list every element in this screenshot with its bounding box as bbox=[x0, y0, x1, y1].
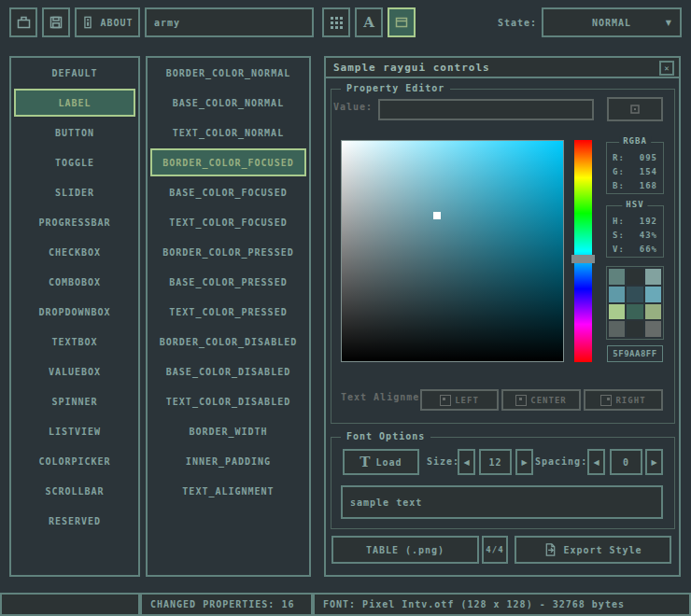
list-item[interactable]: TEXTBOX bbox=[14, 328, 135, 356]
list-item[interactable]: TEXT_ALIGNMENT bbox=[150, 477, 306, 505]
list-item[interactable]: SCROLLBAR bbox=[14, 477, 135, 505]
list-item[interactable]: BASE_COLOR_PRESSED bbox=[150, 268, 306, 296]
font-size-decrease-button[interactable]: ◀ bbox=[458, 449, 475, 475]
font-size-label: Size: bbox=[427, 456, 459, 467]
open-file-button[interactable] bbox=[9, 7, 37, 37]
hex-color-input[interactable]: 5F9AA8FF bbox=[607, 345, 663, 362]
list-item[interactable]: VALUEBOX bbox=[14, 357, 135, 385]
window-style-icon bbox=[394, 15, 409, 30]
color-swatch[interactable] bbox=[645, 287, 661, 302]
list-item[interactable]: BUTTON bbox=[14, 119, 135, 147]
align-center-button[interactable]: CENTER bbox=[501, 389, 581, 411]
color-swatch[interactable] bbox=[627, 269, 642, 285]
state-label: State: bbox=[486, 7, 537, 37]
hex-color-value: 5F9AA8FF bbox=[613, 349, 656, 358]
color-swatch[interactable] bbox=[627, 287, 642, 302]
list-item[interactable]: SPINNER bbox=[14, 387, 135, 415]
style-view-button[interactable] bbox=[388, 7, 416, 37]
controls-list: DEFAULTLABELBUTTONTOGGLESLIDERPROGRESSBA… bbox=[11, 58, 138, 575]
align-center-label: CENTER bbox=[530, 396, 567, 405]
hue-slider[interactable] bbox=[574, 140, 592, 362]
hsv-s-value: 43% bbox=[640, 229, 657, 243]
font-info-text: FONT: Pixel Intv.otf (128 x 128) - 32768… bbox=[323, 599, 625, 609]
color-swatch[interactable] bbox=[645, 269, 661, 285]
color-swatch[interactable] bbox=[609, 269, 625, 285]
font-size-increase-button[interactable]: ▶ bbox=[515, 449, 533, 475]
list-item[interactable]: DEFAULT bbox=[14, 59, 135, 87]
color-swatch[interactable] bbox=[609, 287, 625, 302]
rgba-group: RGBA R:095 G:154 B:168 bbox=[606, 142, 664, 194]
font-spacing-decrease-button[interactable]: ◀ bbox=[587, 449, 605, 475]
list-item[interactable]: BASE_COLOR_NORMAL bbox=[150, 89, 306, 117]
properties-list: BORDER_COLOR_NORMALBASE_COLOR_NORMALTEXT… bbox=[148, 58, 309, 575]
align-right-button[interactable]: RIGHT bbox=[584, 389, 663, 411]
list-item[interactable]: BORDER_WIDTH bbox=[150, 417, 306, 445]
chevron-down-icon: ▼ bbox=[666, 19, 671, 27]
close-button[interactable]: ✕ bbox=[659, 61, 674, 76]
list-item[interactable]: TOGGLE bbox=[14, 148, 135, 176]
save-file-button[interactable] bbox=[42, 7, 70, 37]
align-right-icon bbox=[600, 395, 612, 406]
color-picker-marker[interactable] bbox=[433, 212, 441, 219]
style-name-input[interactable]: army bbox=[145, 7, 314, 37]
state-dropdown[interactable]: NORMAL ▼ bbox=[542, 7, 682, 37]
hsv-group-label: HSV bbox=[622, 200, 647, 209]
list-item[interactable]: TEXT_COLOR_DISABLED bbox=[150, 387, 306, 415]
about-button[interactable]: ABOUT bbox=[75, 7, 140, 37]
export-table-button[interactable]: TABLE (.png) bbox=[331, 536, 479, 564]
align-left-button[interactable]: LEFT bbox=[420, 389, 499, 411]
list-item[interactable]: TEXT_COLOR_NORMAL bbox=[150, 119, 306, 147]
list-item[interactable]: COMBOBOX bbox=[14, 268, 135, 296]
list-item[interactable]: BORDER_COLOR_NORMAL bbox=[150, 59, 306, 87]
list-item[interactable]: BASE_COLOR_DISABLED bbox=[150, 357, 306, 385]
controls-list-panel: DEFAULTLABELBUTTONTOGGLESLIDERPROGRESSBA… bbox=[9, 56, 140, 577]
list-item[interactable]: BORDER_COLOR_FOCUSED bbox=[150, 148, 306, 176]
arrow-left-icon: ◀ bbox=[463, 458, 469, 467]
color-swatch[interactable] bbox=[645, 304, 661, 320]
color-swatch[interactable] bbox=[645, 321, 661, 337]
color-saturation-value-panel[interactable] bbox=[341, 140, 564, 362]
color-swatch[interactable] bbox=[627, 304, 642, 320]
color-swatch[interactable] bbox=[609, 321, 625, 337]
list-item[interactable]: SLIDER bbox=[14, 178, 135, 206]
color-swatch[interactable] bbox=[627, 321, 642, 337]
list-item[interactable]: DROPDOWNBOX bbox=[14, 298, 135, 326]
list-item[interactable]: TEXT_COLOR_FOCUSED bbox=[150, 208, 306, 236]
font-size-value[interactable]: 12 bbox=[479, 449, 512, 475]
list-item[interactable]: CHECKBOX bbox=[14, 238, 135, 266]
list-item[interactable]: BASE_COLOR_FOCUSED bbox=[150, 178, 306, 206]
list-item[interactable]: BORDER_COLOR_DISABLED bbox=[150, 328, 306, 356]
value-edit-button[interactable] bbox=[607, 97, 663, 121]
hue-slider-handle[interactable] bbox=[571, 255, 595, 263]
export-format-counter[interactable]: 4/4 bbox=[482, 536, 508, 564]
hsv-h-value: 192 bbox=[640, 215, 657, 229]
list-item[interactable]: INNER_PADDING bbox=[150, 447, 306, 475]
list-item[interactable]: COLORPICKER bbox=[14, 447, 135, 475]
about-button-label: ABOUT bbox=[100, 18, 133, 28]
list-item[interactable]: LABEL bbox=[14, 89, 135, 117]
list-item[interactable]: RESERVED bbox=[14, 507, 135, 535]
color-swatch[interactable] bbox=[609, 304, 625, 320]
export-style-button[interactable]: Export Style bbox=[515, 536, 671, 564]
sample-window-title: Sample raygui controls bbox=[333, 62, 490, 74]
list-item[interactable]: PROGRESSBAR bbox=[14, 208, 135, 236]
statusbar-font-info: FONT: Pixel Intv.otf (128 x 128) - 32768… bbox=[313, 593, 691, 616]
folder-open-icon bbox=[16, 15, 32, 30]
list-item[interactable]: LISTVIEW bbox=[14, 417, 135, 445]
list-item[interactable]: BORDER_COLOR_PRESSED bbox=[150, 238, 306, 266]
hsv-h-label: H: bbox=[613, 215, 625, 229]
text-T-icon: T bbox=[360, 454, 370, 470]
statusbar-left bbox=[0, 593, 140, 616]
export-table-label: TABLE (.png) bbox=[366, 545, 444, 555]
load-font-button[interactable]: T Load bbox=[343, 449, 419, 475]
font-spacing-increase-button[interactable]: ▶ bbox=[645, 449, 663, 475]
grid-view-button[interactable] bbox=[322, 7, 350, 37]
list-item[interactable]: TEXT_COLOR_PRESSED bbox=[150, 298, 306, 326]
property-editor-group-label: Property Editor bbox=[341, 83, 450, 93]
value-input[interactable] bbox=[378, 99, 594, 120]
sample-text-input[interactable]: sample text bbox=[341, 485, 663, 519]
hsv-v-value: 66% bbox=[640, 243, 657, 257]
sample-window-titlebar[interactable]: Sample raygui controls ✕ bbox=[326, 58, 679, 78]
font-view-button[interactable]: A bbox=[355, 7, 383, 37]
font-spacing-value[interactable]: 0 bbox=[610, 449, 642, 475]
